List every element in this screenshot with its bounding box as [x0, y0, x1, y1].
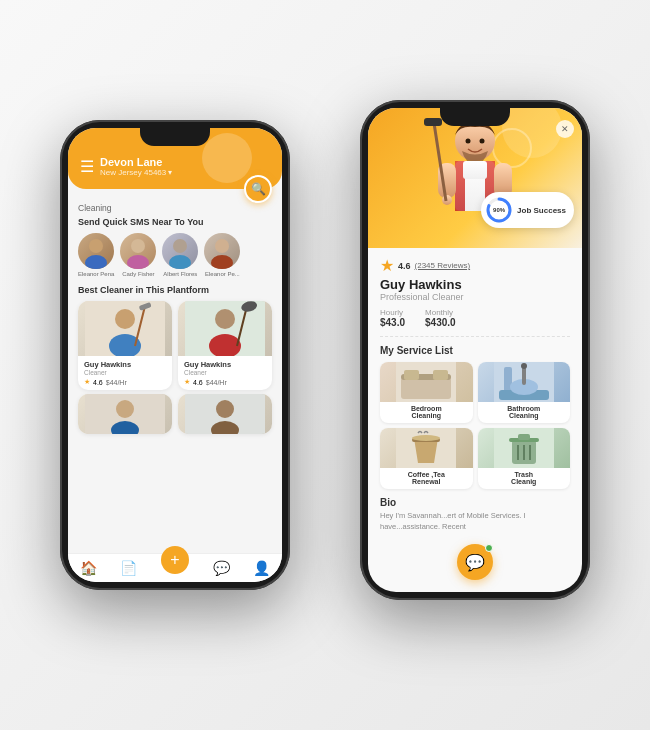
bio-text: Hey I'm Savannah...ert of Mobile Service…	[380, 511, 570, 532]
service-grid: BedroomCleaning	[380, 362, 570, 489]
service-card-trash[interactable]: TrashCleanig	[478, 428, 571, 489]
cleaner-role-2: Cleaner	[184, 369, 266, 376]
cleaner-card-info-2: Guy Hawkins Cleaner ★ 4.6 $44/Hr	[178, 356, 272, 390]
svg-rect-55	[518, 434, 530, 440]
right-header: ✕	[368, 108, 582, 248]
avatar-image-4	[204, 233, 240, 269]
svg-point-1	[85, 255, 107, 269]
nav-docs[interactable]: 📄	[120, 560, 137, 576]
svg-point-26	[480, 139, 485, 144]
svg-point-14	[215, 309, 235, 329]
avatar-image-3	[162, 233, 198, 269]
nav-home[interactable]: 🏠	[80, 560, 97, 576]
cleaner-rating-1: ★ 4.6 $44/Hr	[84, 378, 166, 386]
nav-chat[interactable]: 💬	[213, 560, 230, 576]
svg-point-22	[216, 400, 234, 418]
svg-point-51	[412, 435, 440, 441]
svg-rect-42	[433, 370, 448, 380]
search-button[interactable]: 🔍	[244, 175, 272, 203]
service-label-bedroom: BedroomCleaning	[380, 402, 473, 423]
svg-rect-47	[522, 367, 526, 385]
cleaner-card-info-1: Guy Hawkins Cleaner ★ 4.6 $44/Hr	[78, 356, 172, 390]
pricing-row: Hourly $43.0 Monthly $430.0	[380, 308, 570, 337]
avatar-image-2	[120, 233, 156, 269]
job-success-label: Job Success	[517, 206, 566, 215]
cleaner-card-3[interactable]	[78, 394, 172, 434]
cleaner-card-img-2	[178, 301, 272, 356]
service-list-title: My Service List	[380, 345, 570, 356]
service-card-coffee[interactable]: Coffee ,TeaRenewal	[380, 428, 473, 489]
pricing-monthly: Monthly $430.0	[425, 308, 456, 328]
svg-rect-28	[463, 161, 487, 179]
close-button[interactable]: ✕	[556, 120, 574, 138]
svg-point-25	[466, 139, 471, 144]
chat-online-dot	[485, 544, 493, 552]
left-screen: ☰ Devon Lane New Jersey 45463 ▾ 🔍 Cleani…	[68, 128, 282, 582]
service-card-bedroom[interactable]: BedroomCleaning	[380, 362, 473, 423]
right-screen: ✕	[368, 108, 582, 592]
service-img-trash	[478, 428, 571, 468]
right-notch	[440, 108, 510, 126]
cleaner-card-1[interactable]: Guy Hawkins Cleaner ★ 4.6 $44/Hr	[78, 301, 172, 390]
progress-circle: 90%	[485, 196, 513, 224]
best-cleaner-grid-2	[78, 394, 272, 434]
menu-icon[interactable]: ☰	[80, 157, 94, 176]
cleaner-card-img-4	[178, 394, 272, 434]
avatar-name-3: Albert Flores	[163, 271, 197, 277]
cleaner-avatar-4[interactable]: Eleanor Pe...	[204, 233, 240, 277]
cleaner-name-1: Guy Hawkins	[84, 360, 166, 369]
chat-fab-button[interactable]: 💬	[457, 544, 493, 580]
svg-point-9	[115, 309, 135, 329]
left-notch	[140, 128, 210, 146]
sms-section-title: Send Quick SMS Near To You	[78, 217, 272, 227]
monthly-label: Monthly	[425, 308, 456, 317]
cleaner-card-img-3	[78, 394, 172, 434]
right-content: ★ 4.6 (2345 Reviews) Guy Hawkins Profess…	[368, 248, 582, 540]
svg-point-2	[131, 239, 145, 253]
svg-point-7	[211, 255, 233, 269]
service-label-coffee: Coffee ,TeaRenewal	[380, 468, 473, 489]
best-cleaner-title: Best Cleaner in This Plantform	[78, 285, 272, 295]
right-phone: ✕	[360, 100, 590, 600]
cleaners-row: Eleanor Pena Cady Fisher	[78, 233, 272, 277]
svg-point-0	[89, 239, 103, 253]
service-img-bathroom	[478, 362, 571, 402]
nav-plus-button[interactable]: +	[161, 546, 189, 574]
service-card-bathroom[interactable]: BathroomCleaning	[478, 362, 571, 423]
best-cleaner-grid: Guy Hawkins Cleaner ★ 4.6 $44/Hr	[78, 301, 272, 390]
service-img-bedroom	[380, 362, 473, 402]
svg-rect-41	[404, 370, 419, 380]
star-icon-2: ★	[184, 378, 190, 386]
cleaner-role-1: Cleaner	[84, 369, 166, 376]
cleaner-card-4[interactable]	[178, 394, 272, 434]
star-icon-1: ★	[84, 378, 90, 386]
monthly-value: $430.0	[425, 317, 456, 328]
cleaner-card-img-1	[78, 301, 172, 356]
svg-point-6	[215, 239, 229, 253]
left-phone: ☰ Devon Lane New Jersey 45463 ▾ 🔍 Cleani…	[60, 120, 290, 590]
service-label-bathroom: BathroomCleaning	[478, 402, 571, 423]
svg-point-5	[169, 255, 191, 269]
cleaner-avatar-2[interactable]: Cady Fisher	[120, 233, 156, 277]
pricing-hourly: Hourly $43.0	[380, 308, 405, 328]
cleaner-card-2[interactable]: Guy Hawkins Cleaner ★ 4.6 $44/Hr	[178, 301, 272, 390]
svg-rect-39	[401, 377, 451, 399]
avatar-name-4: Eleanor Pe...	[205, 271, 240, 277]
svg-point-19	[116, 400, 134, 418]
cleaner-name-2: Guy Hawkins	[184, 360, 266, 369]
cleaner-avatar-1[interactable]: Eleanor Pena	[78, 233, 114, 277]
avatar-name-1: Eleanor Pena	[78, 271, 114, 277]
avatar-image-1	[78, 233, 114, 269]
bio-section: Bio Hey I'm Savannah...ert of Mobile Ser…	[380, 497, 570, 532]
reviews-link[interactable]: (2345 Reviews)	[415, 261, 471, 270]
rating-value: 4.6	[398, 261, 411, 271]
svg-point-48	[521, 363, 527, 369]
cleaning-label: Cleaning	[78, 203, 272, 213]
cleaner-avatar-3[interactable]: Albert Flores	[162, 233, 198, 277]
bottom-nav: 🏠 📄 + 💬 👤	[68, 553, 282, 582]
nav-profile[interactable]: 👤	[253, 560, 270, 576]
left-content: Cleaning Send Quick SMS Near To You Elea…	[68, 189, 282, 442]
avatar-name-2: Cady Fisher	[122, 271, 154, 277]
professional-name: Guy Hawkins	[380, 277, 570, 292]
hourly-value: $43.0	[380, 317, 405, 328]
